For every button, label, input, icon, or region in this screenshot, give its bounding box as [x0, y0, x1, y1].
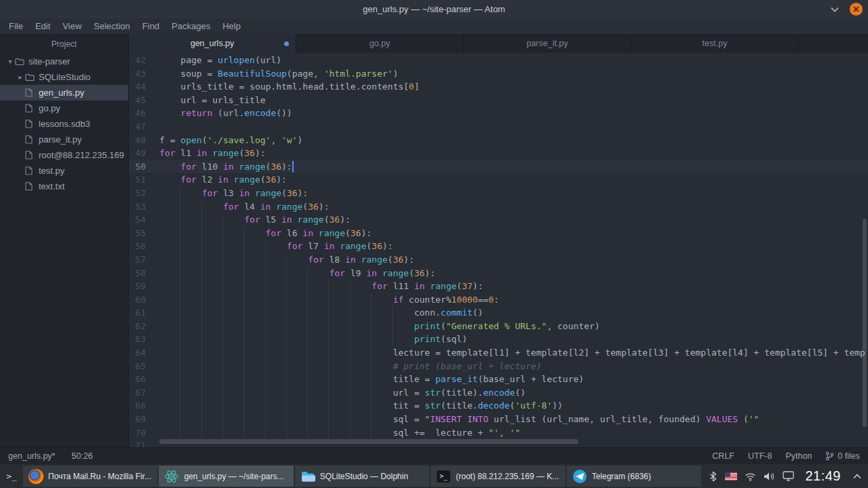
menu-packages[interactable]: Packages	[165, 18, 216, 34]
editor-line[interactable]: 53 for l4 in range(36):	[129, 200, 868, 214]
editor-line[interactable]: 70 sql += lecture + "', '"	[129, 426, 868, 440]
editor-line[interactable]: 51 for l2 in range(36):	[129, 173, 868, 187]
menu-view[interactable]: View	[56, 18, 87, 34]
task-konsole[interactable]: >_(root) 88.212.235.169 — K...	[431, 466, 565, 487]
tree-item-go-py[interactable]: go.py	[0, 100, 128, 116]
code-line: for l11 in range(37):	[159, 280, 868, 293]
line-number: 68	[129, 399, 159, 413]
tree-item-label: root@88.212.235.169	[39, 150, 124, 160]
tree-item-gen-urls-py[interactable]: gen_urls.py	[0, 85, 128, 100]
editor-line[interactable]: 42 page = urlopen(url)	[129, 54, 868, 67]
status-cursor-position[interactable]: 50:26	[72, 451, 93, 461]
tab-go-py[interactable]: go.py	[296, 34, 464, 53]
clock[interactable]: 21:49	[800, 464, 846, 488]
status-left: gen_urls.py* 50:26	[8, 451, 93, 461]
line-number: 43	[129, 67, 159, 81]
line-number: 57	[129, 253, 159, 267]
line-number: 52	[129, 187, 159, 200]
editor-line[interactable]: 55 for l6 in range(36):	[129, 227, 868, 240]
editor-line[interactable]: 56 for l7 in range(36):	[129, 240, 868, 253]
line-number: 69	[129, 413, 159, 426]
vertical-scrollbar[interactable]	[863, 219, 867, 427]
line-number: 64	[129, 346, 159, 360]
menu-selection[interactable]: Selection	[87, 18, 136, 34]
editor-line[interactable]: 49for l1 in range(36):	[129, 147, 868, 160]
editor-line[interactable]: 63 print(sql)	[129, 333, 868, 346]
tree-item-lessons-sdb3[interactable]: lessons.sdb3	[0, 116, 128, 132]
task-firefox[interactable]: Почта Mail.Ru - Mozilla Fir...	[23, 466, 157, 487]
git-status[interactable]: 0 files	[825, 451, 860, 461]
editor-line[interactable]: 54 for l5 in range(36):	[129, 213, 868, 227]
tree-item-label: SQLiteStudio	[39, 72, 91, 82]
code-line: # print (base_url + lecture)	[159, 360, 868, 373]
menu-find[interactable]: Find	[136, 18, 165, 34]
close-icon[interactable]	[850, 3, 863, 16]
volume-icon[interactable]	[764, 472, 775, 481]
menu-file[interactable]: File	[3, 18, 29, 34]
status-crlf[interactable]: CRLF	[712, 451, 734, 461]
code-line: print(sql)	[159, 333, 868, 346]
tree-item-label: test.py	[39, 166, 64, 176]
folder-icon	[25, 73, 37, 81]
editor-line[interactable]: 66 title = parse_it(base_url + lecture)	[129, 373, 868, 386]
line-number: 53	[129, 200, 159, 214]
editor-line[interactable]: 43 soup = BeautifulSoup(page, 'html.pars…	[129, 67, 868, 81]
file-icon	[25, 119, 37, 128]
editor-line[interactable]: 47	[129, 120, 868, 134]
line-number: 50	[129, 160, 159, 174]
line-number: 51	[129, 173, 159, 187]
editor-line[interactable]: 58 for l9 in range(36):	[129, 267, 868, 280]
code-line: lecture = template[l1] + template[l2] + …	[159, 346, 868, 360]
line-number: 55	[129, 227, 159, 240]
editor-line[interactable]: 48f = open('./save.log', 'w')	[129, 134, 868, 147]
editor-line[interactable]: 65 # print (base_url + lecture)	[129, 360, 868, 373]
us-flag-icon[interactable]	[725, 472, 737, 481]
editor-line[interactable]: 44 urls_title = soup.html.head.title.con…	[129, 80, 868, 94]
tab-parse-it-py[interactable]: parse_it.py	[464, 34, 631, 53]
display-icon[interactable]	[783, 471, 794, 481]
task-telegram[interactable]: Telegram (6836)	[567, 466, 701, 487]
editor[interactable]: 42 page = urlopen(url)43 soup = Beautifu…	[129, 53, 868, 447]
line-number: 47	[129, 120, 159, 134]
chevron-up-icon[interactable]	[846, 464, 868, 488]
editor-line[interactable]: 60 if counter%10000==0:	[129, 293, 868, 307]
editor-line[interactable]: 62 print("Generated % URLs.", counter)	[129, 320, 868, 333]
code-line: for l9 in range(36):	[159, 267, 868, 280]
editor-line[interactable]: 69 sql = "INSERT INTO url_list (url_name…	[129, 413, 868, 426]
editor-line[interactable]: 67 url = str(title).encode()	[129, 386, 868, 400]
app-launcher-icon[interactable]: >_	[0, 464, 23, 488]
tree-item-site-parser[interactable]: ▾site-parser	[0, 54, 128, 69]
line-number: 42	[129, 54, 159, 67]
tree-item-test-py[interactable]: test.py	[0, 163, 128, 179]
task-dolphin[interactable]: SQLiteStudio — Dolphin	[295, 466, 429, 487]
editor-line[interactable]: 45 url = urls_title	[129, 94, 868, 107]
chevron-down-icon[interactable]	[831, 7, 839, 12]
tab-gen-urls-py[interactable]: gen_urls.py	[129, 34, 296, 53]
tree-item-text-txt[interactable]: text.txt	[0, 179, 128, 194]
line-number: 44	[129, 80, 159, 94]
editor-line[interactable]: 59 for l11 in range(37):	[129, 280, 868, 293]
tree-item-parse-it-py[interactable]: parse_it.py	[0, 132, 128, 147]
editor-line[interactable]: 61 conn.commit()	[129, 306, 868, 320]
editor-line[interactable]: 64 lecture = template[l1] + template[l2]…	[129, 346, 868, 360]
window-title: gen_urls.py — ~/site-parser — Atom	[363, 4, 505, 14]
tree-item-root-88-212-235-169[interactable]: root@88.212.235.169	[0, 147, 128, 163]
status-utf-8[interactable]: UTF-8	[748, 451, 772, 461]
status-python[interactable]: Python	[785, 451, 812, 461]
network-icon[interactable]	[745, 472, 756, 481]
menu-help[interactable]: Help	[216, 18, 247, 34]
editor-line[interactable]: 52 for l3 in range(36):	[129, 187, 868, 200]
line-number: 63	[129, 333, 159, 346]
project-tree: ▾site-parser▸SQLiteStudiogen_urls.pygo.p…	[0, 54, 128, 194]
bluetooth-icon[interactable]	[709, 471, 717, 482]
editor-line[interactable]: 50 for l10 in range(36):	[129, 160, 868, 174]
editor-line[interactable]: 68 tit = str(title.decode('utf-8'))	[129, 399, 868, 413]
tree-item-sqlitestudio[interactable]: ▸SQLiteStudio	[0, 69, 128, 85]
tab-test-py[interactable]: test.py	[631, 34, 799, 53]
task-atom[interactable]: gen_urls.py — ~/site-pars...	[159, 466, 293, 487]
editor-line[interactable]: 46 return (url.encode())	[129, 107, 868, 120]
menu-edit[interactable]: Edit	[29, 18, 56, 34]
editor-line[interactable]: 57 for l8 in range(36):	[129, 253, 868, 267]
status-file-name[interactable]: gen_urls.py*	[8, 451, 56, 461]
horizontal-scrollbar[interactable]	[159, 439, 578, 444]
